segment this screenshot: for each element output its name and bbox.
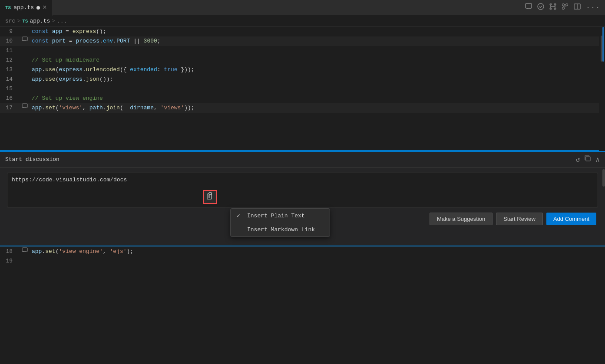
editor-top: 9 const app = express(); 10 const port =… bbox=[0, 27, 605, 151]
line-content-13: app.use(express.urlencoded({ extended: t… bbox=[30, 65, 195, 75]
discussion-scrollbar[interactable] bbox=[601, 167, 605, 246]
discussion-title: Start discussion bbox=[5, 156, 60, 163]
collapse-icon[interactable]: ∧ bbox=[595, 155, 600, 164]
breadcrumb-filename[interactable]: app.ts bbox=[30, 18, 50, 24]
line-content-14: app.use(express.json()); bbox=[30, 75, 113, 84]
line-num-11: 11 bbox=[0, 46, 20, 56]
comment-icon-10[interactable] bbox=[22, 36, 28, 46]
gutter-17 bbox=[20, 103, 30, 113]
discussion-scrollbar-thumb bbox=[602, 169, 605, 187]
paste-dropdown: ✓ Insert Plain Text ✓ Insert Markdown Li… bbox=[230, 208, 330, 237]
comment-input[interactable]: https://code.visualstudio.com/docs bbox=[7, 173, 598, 207]
copy-icon[interactable] bbox=[584, 155, 591, 164]
discussion-header-actions: ↺ ∧ bbox=[576, 155, 600, 164]
tab-filename: app.ts bbox=[13, 4, 34, 11]
editor-scrollbar[interactable] bbox=[599, 27, 605, 151]
line-num-13: 13 bbox=[0, 65, 20, 75]
paste-icon bbox=[206, 192, 215, 200]
gutter-18 bbox=[20, 247, 30, 256]
more-actions-icon[interactable]: ··· bbox=[585, 3, 600, 13]
line-num-12: 12 bbox=[0, 56, 20, 65]
header-actions: ··· bbox=[525, 3, 605, 13]
check-icon[interactable] bbox=[537, 3, 545, 13]
breadcrumb-ts-badge: TS bbox=[22, 19, 28, 24]
breadcrumb: src > TS app.ts > ... bbox=[0, 16, 605, 27]
line-num-14: 14 bbox=[0, 75, 20, 84]
svg-point-1 bbox=[538, 3, 544, 10]
code-line-9: 9 const app = express(); bbox=[0, 27, 605, 36]
svg-point-8 bbox=[562, 7, 564, 10]
line-num-16: 16 bbox=[0, 94, 20, 103]
tab-bar: TS app.ts × bbox=[0, 0, 605, 16]
make-suggestion-button[interactable]: Make a Suggestion bbox=[430, 213, 493, 225]
editor-bottom: 18 app.set('view engine', 'ejs'); 19 bbox=[0, 246, 605, 266]
line-num-15: 15 bbox=[0, 84, 20, 94]
chat-icon[interactable] bbox=[525, 3, 532, 13]
svg-rect-16 bbox=[209, 193, 212, 194]
svg-point-7 bbox=[565, 4, 568, 6]
branch-icon[interactable] bbox=[549, 3, 557, 13]
discussion-header: Start discussion ↺ ∧ bbox=[0, 152, 605, 167]
comment-icon-18[interactable] bbox=[22, 247, 28, 256]
breadcrumb-sep1: > bbox=[17, 18, 20, 24]
code-line-14: 14 app.use(express.json()); bbox=[0, 75, 605, 84]
comment-icon-17[interactable] bbox=[22, 103, 28, 113]
check-mark: ✓ bbox=[237, 212, 244, 219]
refresh-icon[interactable]: ↺ bbox=[576, 155, 580, 164]
line-content-12: // Set up middleware bbox=[30, 56, 99, 65]
paste-button[interactable] bbox=[203, 190, 217, 204]
split-editor-icon[interactable] bbox=[573, 3, 581, 13]
line-content-18: app.set('view engine', 'ejs'); bbox=[30, 247, 133, 256]
svg-rect-0 bbox=[526, 3, 532, 8]
code-line-18: 18 app.set('view engine', 'ejs'); bbox=[0, 247, 605, 256]
code-line-19: 19 bbox=[0, 256, 605, 266]
breadcrumb-dots[interactable]: ... bbox=[57, 18, 67, 24]
tab-app-ts[interactable]: TS app.ts × bbox=[0, 0, 53, 16]
code-line-16: 16 // Set up view engine bbox=[0, 94, 605, 103]
insert-markdown-link-option[interactable]: ✓ Insert Markdown Link bbox=[231, 223, 330, 236]
start-review-button[interactable]: Start Review bbox=[496, 213, 543, 225]
insert-markdown-link-label: Insert Markdown Link bbox=[247, 226, 315, 233]
breadcrumb-sep2: > bbox=[52, 18, 55, 24]
svg-rect-13 bbox=[586, 157, 590, 161]
code-line-17: 17 app.set('views', path.join(__dirname,… bbox=[0, 103, 605, 113]
line-num-10: 10 bbox=[0, 36, 20, 46]
code-line-12: 12 // Set up middleware bbox=[0, 56, 605, 65]
insert-plain-text-label: Insert Plain Text bbox=[247, 213, 305, 219]
code-line-15: 15 bbox=[0, 84, 605, 94]
line-content-10: const port = process.env.PORT || 3000; bbox=[30, 36, 161, 46]
ts-badge: TS bbox=[5, 5, 11, 10]
breadcrumb-src[interactable]: src bbox=[5, 18, 15, 24]
code-line-13: 13 app.use(express.urlencoded({ extended… bbox=[0, 65, 605, 75]
code-line-11: 11 bbox=[0, 46, 605, 56]
line-num-18: 18 bbox=[0, 247, 20, 256]
comment-url-text: https://code.visualstudio.com/docs bbox=[12, 177, 127, 183]
line-num-9: 9 bbox=[0, 27, 20, 36]
discussion-panel: Start discussion ↺ ∧ https://code.visual… bbox=[0, 151, 605, 246]
gutter-10 bbox=[20, 36, 30, 46]
close-tab-button[interactable]: × bbox=[43, 4, 47, 12]
add-comment-button[interactable]: Add Comment bbox=[546, 213, 596, 225]
line-num-19: 19 bbox=[0, 256, 20, 266]
line-num-17: 17 bbox=[0, 103, 20, 113]
line-content-9: const app = express(); bbox=[30, 27, 106, 36]
modified-dot bbox=[36, 6, 40, 10]
merge-icon[interactable] bbox=[561, 3, 569, 13]
line-content-17: app.set('views', path.join(__dirname, 'v… bbox=[30, 103, 195, 113]
line-content-16: // Set up view engine bbox=[30, 94, 103, 103]
code-line-10: 10 const port = process.env.PORT || 3000… bbox=[0, 36, 605, 46]
svg-point-6 bbox=[562, 4, 564, 6]
discussion-body: https://code.visualstudio.com/docs ✓ Ins… bbox=[0, 167, 605, 246]
insert-plain-text-option[interactable]: ✓ Insert Plain Text bbox=[231, 209, 330, 223]
